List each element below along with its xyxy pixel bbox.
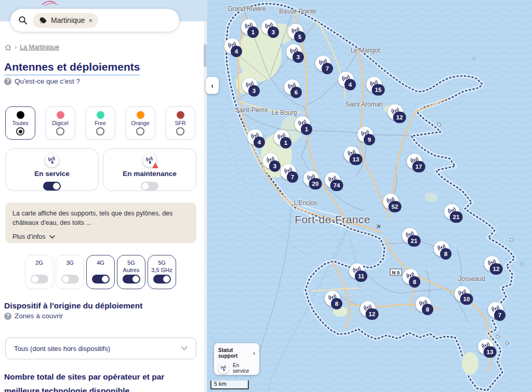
chevron-down-icon [181, 346, 188, 350]
cluster-count-badge[interactable]: 17 [413, 161, 425, 172]
tech-toggle[interactable] [61, 275, 79, 283]
en-maintenance-label: En maintenance [123, 170, 177, 178]
tech-label: 5GAutres [123, 260, 140, 274]
operator-card-orange[interactable]: Orange [125, 106, 155, 140]
cluster-count-badge[interactable]: 13 [484, 346, 497, 358]
cluster-count-badge[interactable]: 1 [280, 137, 291, 148]
cluster-count-badge[interactable]: 3 [248, 85, 260, 97]
filter-en-service[interactable]: En service [5, 148, 99, 191]
operator-radio[interactable] [16, 127, 24, 136]
en-maintenance-toggle[interactable] [141, 182, 158, 191]
cluster-count-badge[interactable]: 9 [364, 134, 375, 145]
search-icon [18, 16, 28, 25]
operator-card-free[interactable]: Free [85, 106, 115, 140]
sidebar-scrollbar[interactable] [204, 21, 207, 392]
legend-item-en-service: En service [218, 362, 255, 374]
cluster-count-badge[interactable]: 6 [290, 87, 302, 98]
more-info-link[interactable]: Plus d'infos [12, 232, 55, 241]
breadcrumb: › La Martinique [5, 44, 59, 51]
operator-radio[interactable] [136, 127, 144, 136]
cluster-count-badge[interactable]: 12 [490, 263, 503, 275]
search-tag-label: Martinique [51, 16, 85, 24]
help-icon: ? [4, 78, 11, 85]
tech-card-5g-3-5-ghz[interactable]: 5G3,5 GHz [148, 255, 176, 289]
operator-card-digicel[interactable]: Digicel [45, 106, 75, 140]
en-service-toggle[interactable] [43, 182, 61, 191]
legend-item-label: En service [233, 362, 255, 374]
cluster-count-badge[interactable]: 20 [309, 178, 322, 190]
search-tag-martinique[interactable]: Martinique × [33, 13, 98, 28]
cluster-count-badge[interactable]: 1 [247, 26, 259, 38]
map-scale-bar: 5 km [210, 381, 249, 389]
breadcrumb-separator: › [15, 44, 17, 51]
cluster-count-badge[interactable]: 3 [269, 160, 281, 172]
operator-label: Orange [131, 120, 149, 126]
cluster-count-badge[interactable]: 3 [292, 51, 304, 63]
cluster-count-badge[interactable]: 8 [331, 298, 342, 309]
sidebar-collapse-button[interactable]: ‹ [206, 77, 219, 94]
tech-label: 2G [35, 260, 43, 267]
tech-toggle[interactable] [92, 275, 110, 283]
tech-card-5g-autres[interactable]: 5GAutres [117, 255, 145, 289]
filter-en-maintenance[interactable]: En maintenance [103, 148, 196, 191]
cluster-count-badge[interactable]: 12 [366, 308, 379, 320]
tech-card-4g[interactable]: 4G [86, 255, 115, 289]
map-canvas[interactable] [207, 0, 532, 392]
cluster-count-badge[interactable]: 21 [450, 211, 463, 223]
chevron-down-icon [49, 235, 55, 239]
operator-label: Toutes [12, 120, 29, 126]
deployment-select-value: Tous (dont sites hors dispositifs) [14, 345, 110, 353]
home-icon[interactable] [5, 44, 11, 51]
tech-card-3g[interactable]: 3G [56, 255, 84, 289]
antennas-deployments-app: N 5 ✈ Grand'RivièreBasse-PointeLe Marigo… [0, 0, 532, 392]
cluster-count-badge[interactable]: 12 [393, 112, 406, 123]
search-bar[interactable]: Martinique × [10, 9, 179, 32]
cluster-count-badge[interactable]: 4 [231, 46, 242, 57]
cluster-count-badge[interactable]: 7 [287, 171, 298, 183]
tech-card-2g[interactable]: 2G [25, 255, 54, 289]
antenna-icon [45, 154, 59, 167]
operator-color-dot [137, 111, 144, 119]
cluster-count-badge[interactable]: 52 [389, 201, 402, 212]
operator-card-sfr[interactable]: SFR [165, 106, 195, 140]
cluster-count-badge[interactable]: 4 [254, 137, 265, 148]
operator-radio[interactable] [176, 127, 184, 136]
legend-statut-support: Statut support ‹ En service [214, 343, 259, 375]
cluster-count-badge[interactable]: 21 [408, 235, 421, 247]
tech-toggle[interactable] [123, 275, 140, 283]
breadcrumb-current-link[interactable]: La Martinique [20, 44, 59, 51]
tech-toggle[interactable] [153, 275, 171, 283]
operator-card-toutes[interactable]: Toutes [5, 106, 35, 140]
cluster-count-badge[interactable]: 1 [301, 124, 312, 135]
cluster-count-badge[interactable]: 7 [322, 63, 333, 74]
cluster-count-badge[interactable]: 8 [422, 304, 433, 315]
operator-filter-group: ToutesDigicelFreeOrangeSFR [5, 106, 195, 140]
cluster-count-badge[interactable]: 8 [409, 276, 420, 288]
operator-color-dot [57, 111, 64, 119]
cluster-count-badge[interactable]: 5 [294, 31, 305, 43]
cluster-count-badge[interactable]: 15 [372, 84, 385, 96]
logo-fragment [41, 0, 61, 6]
operator-radio[interactable] [96, 127, 104, 136]
deployment-heading: Dispositif à l'origine du déploiement [4, 301, 142, 310]
operator-radio[interactable] [56, 127, 64, 136]
cluster-count-badge[interactable]: 3 [268, 26, 279, 38]
cluster-count-badge[interactable]: 11 [355, 271, 367, 282]
tech-toggle[interactable] [31, 275, 48, 283]
martinique-island-icon [38, 17, 47, 24]
operator-label: SFR [175, 120, 186, 126]
zones-a-couvrir-help-link[interactable]: ? Zones à couvrir [4, 312, 63, 320]
cluster-count-badge[interactable]: 7 [494, 309, 506, 321]
cluster-count-badge[interactable]: 10 [460, 293, 473, 305]
cluster-count-badge[interactable]: 4 [344, 79, 356, 90]
cluster-count-badge[interactable]: 8 [440, 248, 451, 260]
info-box-text: La carte affiche des supports, tels que … [12, 209, 189, 227]
remove-tag-icon[interactable]: × [88, 17, 92, 24]
what-is-it-help-link[interactable]: ? Qu'est-ce que c'est ? [4, 77, 80, 85]
cluster-count-badge[interactable]: 74 [330, 180, 343, 191]
cluster-count-badge[interactable]: 13 [350, 154, 363, 165]
map-terrain [207, 0, 532, 392]
legend-collapse-icon[interactable]: ‹ [253, 350, 255, 356]
operator-color-dot [97, 111, 104, 119]
deployment-select[interactable]: Tous (dont sites hors dispositifs) [5, 337, 196, 359]
